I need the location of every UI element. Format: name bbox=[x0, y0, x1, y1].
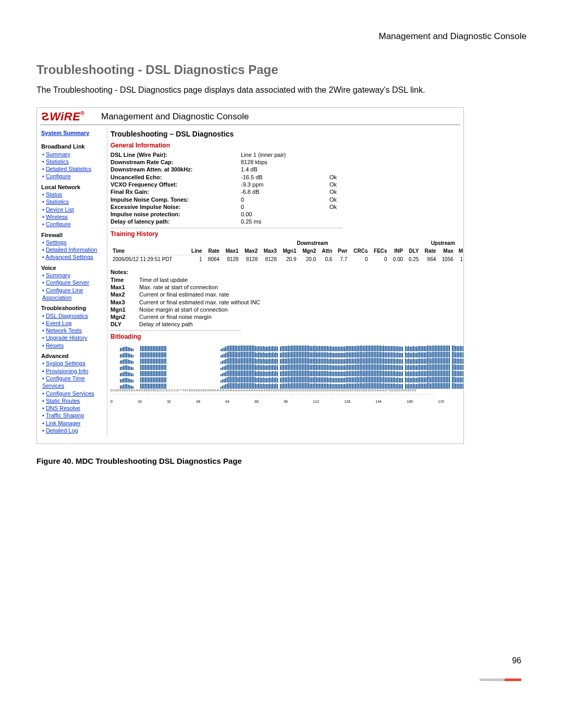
section-general-info: General Information bbox=[111, 142, 460, 150]
th-col: Attn bbox=[318, 247, 334, 255]
th-col: Max2 bbox=[241, 247, 260, 255]
x-tick-label: 32 bbox=[167, 399, 171, 404]
sidebar-group-title: Advanced bbox=[41, 352, 105, 360]
th-col: DLY bbox=[405, 247, 421, 255]
gi-row: VCXO Frequency Offset:-9.3 ppmOk bbox=[111, 181, 460, 188]
content-area: Troubleshooting – DSL Diagnostics Genera… bbox=[107, 127, 463, 436]
table-row: 2006/05/12 11:29:51 PDT18064812881288128… bbox=[111, 255, 464, 264]
gi-row: Downstream Atten. at 300kHz:1.4 dB bbox=[111, 166, 460, 173]
bitloading-row bbox=[111, 370, 460, 376]
sidebar-item[interactable]: DNS Resolve bbox=[42, 404, 105, 412]
notes-row: TimeTime of last update bbox=[111, 276, 460, 283]
th-col: Max bbox=[438, 247, 455, 255]
th-col: Line bbox=[188, 247, 204, 255]
sidebar-item[interactable]: Advanced Settings bbox=[42, 253, 105, 261]
gi-row: Final Rx Gain:-6.8 dBOk bbox=[111, 188, 460, 195]
gi-row: DSL Line (Wire Pair):Line 1 (inner pair) bbox=[111, 151, 460, 158]
bitloading-chart: 0000000003AAAA600000DCCDCCC6**7076000000… bbox=[111, 345, 460, 404]
section-training-history: Training History bbox=[111, 230, 460, 239]
sidebar-item[interactable]: Event Log bbox=[42, 319, 105, 327]
sidebar: System Summary Broadband LinkSummaryStat… bbox=[37, 127, 107, 436]
th-col: CRCs bbox=[349, 247, 370, 255]
sidebar-item[interactable]: Detailed Information bbox=[42, 246, 105, 253]
footer-stripe bbox=[480, 678, 521, 681]
x-tick-label: 96 bbox=[284, 399, 288, 404]
page-title: Troubleshooting - DSL Diagnostics Page bbox=[36, 63, 527, 77]
gi-row: Downstream Rate Cap:8128 kbps bbox=[111, 158, 460, 166]
bitloading-row bbox=[111, 382, 460, 389]
gi-row: Excessive Impulse Noise:0Ok bbox=[111, 203, 460, 211]
sidebar-item[interactable]: Provisioning Info bbox=[42, 367, 105, 375]
sidebar-item[interactable]: Link Manager bbox=[42, 419, 105, 427]
th-col: Mgn2 bbox=[299, 247, 319, 255]
notes-row: DLYDelay of latency path bbox=[111, 320, 460, 328]
notes-title: Notes: bbox=[111, 268, 460, 276]
sidebar-item[interactable]: Summary bbox=[42, 151, 105, 158]
gi-row: Delay of latency path:0.25 ms bbox=[111, 218, 460, 225]
x-tick-label: 64 bbox=[225, 399, 229, 404]
console-title: Management and Diagnostic Console bbox=[101, 112, 249, 122]
x-tick-label: 112 bbox=[313, 399, 319, 404]
sidebar-group-title: Voice bbox=[41, 264, 105, 272]
sidebar-item[interactable]: Configure Services bbox=[42, 390, 105, 397]
th-col: Time bbox=[111, 247, 188, 255]
th-col: INP bbox=[389, 247, 405, 255]
sidebar-item[interactable]: Configure Line Association bbox=[42, 287, 105, 302]
sidebar-item[interactable]: Statistics bbox=[42, 198, 105, 205]
sidebar-item[interactable]: Traffic Shaping bbox=[42, 412, 105, 419]
sidebar-item[interactable]: DSL Diagnostics bbox=[42, 312, 105, 319]
sidebar-item[interactable]: Settings bbox=[42, 239, 105, 246]
th-col: Max1 bbox=[222, 247, 241, 255]
th-col: M bbox=[456, 247, 464, 255]
th-upstream: Upstream bbox=[421, 239, 464, 247]
sidebar-group-title: Broadband Link bbox=[41, 143, 105, 150]
notes-row: Max1Max. rate at start of connection bbox=[111, 283, 460, 291]
th-downstream: Downstream bbox=[204, 239, 421, 247]
sidebar-item[interactable]: Summary bbox=[42, 272, 105, 279]
figure-caption: Figure 40. MDC Troubleshooting DSL Diagn… bbox=[36, 456, 527, 465]
section-bitloading: Bitloading bbox=[111, 333, 460, 341]
content-title: Troubleshooting – DSL Diagnostics bbox=[111, 129, 460, 139]
sidebar-item[interactable]: Detailed Statistics bbox=[42, 165, 105, 172]
notes-row: Max2Current or final estimated max. rate bbox=[111, 291, 460, 298]
logo-2wire: SWiRE® bbox=[41, 110, 96, 124]
bitloading-row bbox=[111, 357, 460, 364]
bitloading-row bbox=[111, 345, 460, 351]
sidebar-item[interactable]: Resets bbox=[42, 342, 105, 349]
sidebar-item[interactable]: Detailed Log bbox=[42, 427, 105, 434]
sidebar-item[interactable]: Device List bbox=[42, 206, 105, 213]
notes-row: Mgn1Noise margin at start of connection bbox=[111, 306, 460, 313]
th-col: FECs bbox=[370, 247, 389, 255]
sidebar-item[interactable]: Upgrade History bbox=[42, 334, 105, 341]
sidebar-item[interactable]: Configure Time Services bbox=[42, 375, 105, 390]
sidebar-item[interactable]: Status bbox=[42, 191, 105, 198]
gi-row: Impulse Noise Comp. Tones:0Ok bbox=[111, 196, 460, 203]
th-col: Rate bbox=[421, 247, 438, 255]
sidebar-item[interactable]: Configure bbox=[42, 172, 105, 180]
sidebar-item[interactable]: Static Routes bbox=[42, 397, 105, 404]
training-history-table: Downstream Upstream TimeLineRateMax1Max2… bbox=[111, 239, 464, 263]
notes-row: Mgn2Current or final noise margin bbox=[111, 313, 460, 320]
sidebar-item[interactable]: Network Tests bbox=[42, 327, 105, 334]
th-col: Max3 bbox=[260, 247, 279, 255]
section-header: Management and Diagnostic Console bbox=[36, 31, 527, 42]
sidebar-item[interactable]: Syslog Settings bbox=[42, 360, 105, 367]
x-tick-label: 128 bbox=[344, 399, 350, 404]
sidebar-top-link[interactable]: System Summary bbox=[41, 129, 89, 137]
sidebar-item[interactable]: Statistics bbox=[42, 158, 105, 165]
x-tick-label: 0 bbox=[111, 399, 113, 404]
gi-row: Impulse noise protection:0.00 bbox=[111, 211, 460, 218]
th-col: Rate bbox=[204, 247, 222, 255]
sidebar-item[interactable]: Configure Server bbox=[42, 279, 105, 286]
sidebar-item[interactable]: Wireless bbox=[42, 213, 105, 220]
sidebar-item[interactable]: Configure bbox=[42, 220, 105, 228]
th-col: Pwr bbox=[334, 247, 349, 255]
gi-row: Uncancelled Echo:-16.5 dBOk bbox=[111, 174, 460, 181]
x-tick-label: 176 bbox=[438, 399, 444, 404]
x-tick-label: 160 bbox=[407, 399, 413, 404]
x-tick-label: 144 bbox=[375, 399, 382, 404]
bitloading-row bbox=[111, 376, 460, 382]
x-tick-label: 48 bbox=[196, 399, 200, 404]
th-col: Mgn1 bbox=[279, 247, 299, 255]
page-number: 96 bbox=[512, 656, 521, 665]
